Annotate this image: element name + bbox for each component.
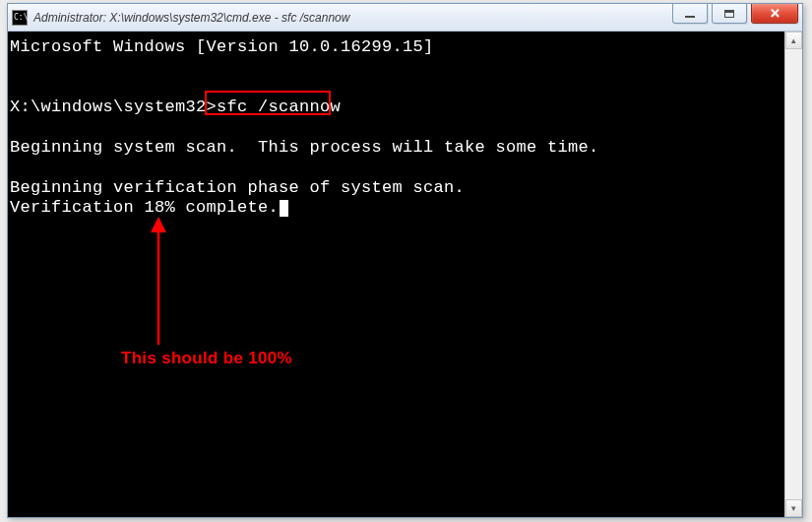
minimize-button[interactable] <box>672 4 708 24</box>
close-button[interactable]: ✕ <box>751 4 798 24</box>
console-command: sfc /scannow <box>217 98 341 116</box>
cmd-icon: C:\. <box>12 10 28 26</box>
chevron-up-icon: ▴ <box>791 35 796 45</box>
window-controls: ✕ <box>668 4 802 31</box>
console-progress-prefix: Verification <box>10 198 145 217</box>
titlebar[interactable]: C:\. Administrator: X:\windows\system32\… <box>8 4 802 32</box>
console-verify-line: Beginning verification phase of system s… <box>10 178 465 197</box>
cmd-window: C:\. Administrator: X:\windows\system32\… <box>7 3 803 518</box>
maximize-button[interactable] <box>712 4 747 24</box>
window-title: Administrator: X:\windows\system32\cmd.e… <box>33 11 668 25</box>
minimize-icon <box>685 16 695 18</box>
client-area: Microsoft Windows [Version 10.0.16299.15… <box>8 32 802 517</box>
svg-marker-1 <box>151 217 166 232</box>
cmd-icon-text: C:\. <box>14 13 32 22</box>
console-output[interactable]: Microsoft Windows [Version 10.0.16299.15… <box>8 32 784 517</box>
vertical-scrollbar[interactable]: ▴ ▾ <box>784 32 802 517</box>
console-scan-line: Beginning system scan. This process will… <box>10 138 599 157</box>
console-progress-suffix: complete. <box>175 198 279 217</box>
annotation-text: This should be 100% <box>121 349 292 368</box>
scroll-up-button[interactable]: ▴ <box>785 32 802 49</box>
close-icon: ✕ <box>770 6 781 21</box>
arrow-annotation-icon <box>144 217 173 350</box>
chevron-down-icon: ▾ <box>791 503 796 513</box>
scroll-down-button[interactable]: ▾ <box>785 499 802 517</box>
maximize-icon <box>724 10 734 18</box>
console-progress-percent: 18% <box>145 198 176 217</box>
console-cursor <box>280 200 288 217</box>
console-prompt: X:\windows\system32> <box>10 98 217 116</box>
console-version-line: Microsoft Windows [Version 10.0.16299.15… <box>10 37 434 56</box>
